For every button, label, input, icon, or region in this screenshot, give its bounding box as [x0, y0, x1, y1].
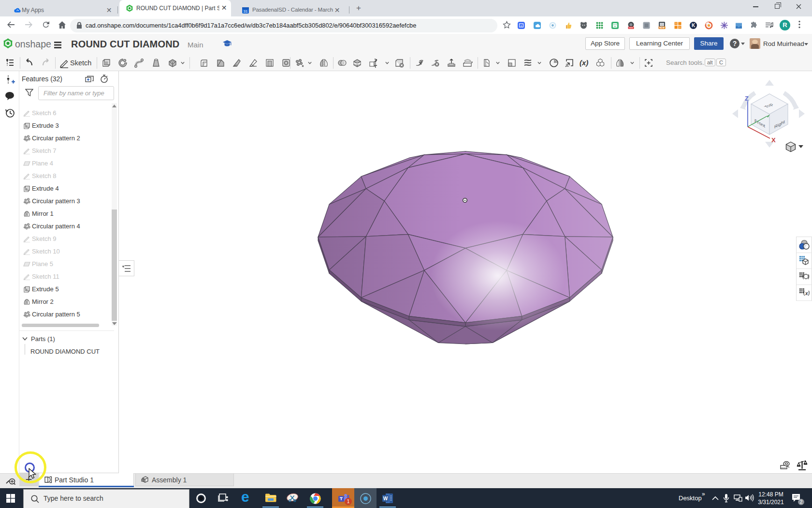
svg-text:W: W — [383, 496, 388, 501]
svg-text:Z: Z — [745, 95, 749, 102]
svg-text:x: x — [805, 291, 808, 296]
svg-text:X: X — [771, 136, 776, 144]
